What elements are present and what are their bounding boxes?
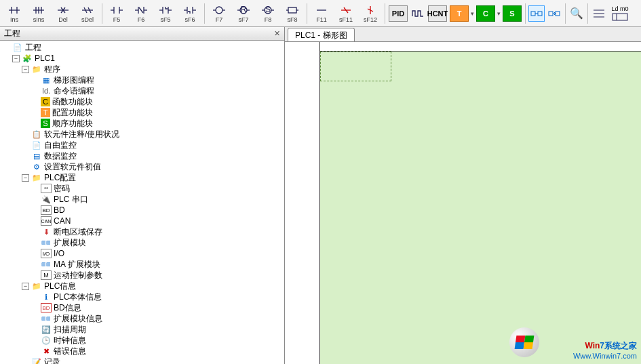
tool-f7[interactable]: F7 xyxy=(208,1,231,26)
project-panel-title: 工程 xyxy=(4,28,20,39)
tree-plccfg[interactable]: −📁PLC配置 xyxy=(3,172,284,183)
tree-plcbody[interactable]: ℹPLC本体信息 xyxy=(3,291,284,302)
tree-funcblock[interactable]: C函数功能块 xyxy=(3,96,284,107)
tool-f5[interactable]: F5 xyxy=(105,1,128,26)
toolbar-sep xyxy=(525,3,526,24)
tree-passwd[interactable]: **密码 xyxy=(3,183,284,194)
tree-plc1[interactable]: −🧩PLC1 xyxy=(3,53,284,64)
tool-ins[interactable]: Ins xyxy=(3,1,26,26)
tree-program[interactable]: −📁程序 xyxy=(3,64,284,75)
tree-ladder[interactable]: ▦梯形图编程 xyxy=(3,75,284,85)
canvas-gutter xyxy=(285,42,320,364)
tree-devinit[interactable]: ⚙设置软元件初值 xyxy=(3,161,284,172)
svg-line-21 xyxy=(139,7,143,13)
tool-sf12[interactable]: sF12 xyxy=(359,1,382,26)
tree-bdinfo[interactable]: BDBD信息 xyxy=(3,302,284,313)
s-button[interactable]: S xyxy=(503,5,522,22)
project-panel-header: 工程 ✕ xyxy=(0,27,284,41)
editor-tabs: PLC1 - 梯形图 xyxy=(285,27,641,42)
toolbar-sep xyxy=(307,3,307,24)
zoom-icon[interactable]: 🔍 xyxy=(568,5,585,22)
tree-instr[interactable]: Id.命令语编程 xyxy=(3,85,284,96)
hcnt-button[interactable]: HCNT xyxy=(428,5,447,22)
tree-expinfo[interactable]: ▥▥扩展模块信息 xyxy=(3,313,284,324)
toolbar-sep xyxy=(587,3,588,24)
svg-text:R: R xyxy=(241,5,247,14)
tool-sf5[interactable]: sF5 xyxy=(154,1,177,26)
tree-cfgblock[interactable]: T配置功能块 xyxy=(3,107,284,118)
pid-button[interactable]: PID xyxy=(389,5,408,22)
tree-root[interactable]: 📄工程 xyxy=(3,42,284,53)
svg-rect-52 xyxy=(549,12,553,16)
tool-sf6[interactable]: sF6 xyxy=(178,1,201,26)
tree-bd[interactable]: BDBD xyxy=(3,205,284,216)
watermark-logo xyxy=(509,327,539,357)
tool-sf8[interactable]: sF8 xyxy=(281,1,304,26)
tree-record[interactable]: 📝记录 xyxy=(3,357,284,364)
toolbar-sep xyxy=(204,3,205,24)
watermark: Win7系统之家 Www.Winwin7.com xyxy=(573,340,637,360)
tool-del[interactable]: Del xyxy=(52,1,75,26)
svg-point-30 xyxy=(216,7,222,14)
tool-f11[interactable]: F11 xyxy=(310,1,333,26)
tree-motion[interactable]: M运动控制参数 xyxy=(3,270,284,281)
c-button[interactable]: C xyxy=(476,5,495,22)
project-panel: 工程 ✕ 📄工程 −🧩PLC1 −📁程序 ▦梯形图编程 Id.命令语编程 C函数… xyxy=(0,27,285,364)
svg-rect-58 xyxy=(613,14,627,20)
main-split: 工程 ✕ 📄工程 −🧩PLC1 −📁程序 ▦梯形图编程 Id.命令语编程 C函数… xyxy=(0,27,641,364)
toolbar-sep xyxy=(385,3,385,24)
svg-rect-41 xyxy=(288,7,296,13)
tab-ladder[interactable]: PLC1 - 梯形图 xyxy=(288,28,355,41)
editor-panel: PLC1 - 梯形图 Win7系统之家 Www.Winwin7.com xyxy=(285,27,641,364)
tool-sf7[interactable]: RsF7 xyxy=(232,1,255,26)
svg-rect-50 xyxy=(538,12,542,16)
svg-rect-53 xyxy=(556,12,560,16)
link-left-icon[interactable] xyxy=(528,5,545,22)
toolbar-sep xyxy=(102,3,102,24)
canvas-ruler xyxy=(285,42,641,52)
link-right-icon[interactable] xyxy=(546,5,562,22)
svg-text:S: S xyxy=(265,5,271,14)
tool-sf11[interactable]: sF11 xyxy=(334,1,357,26)
pulse-icon[interactable] xyxy=(410,5,426,22)
rungs-icon[interactable] xyxy=(591,5,607,22)
tree-serial[interactable]: 🔌PLC 串口 xyxy=(3,194,284,205)
project-tree[interactable]: 📄工程 −🧩PLC1 −📁程序 ▦梯形图编程 Id.命令语编程 C函数功能块 T… xyxy=(0,41,284,364)
tree-errinfo[interactable]: ✖错误信息 xyxy=(3,346,284,357)
tool-f8[interactable]: SF8 xyxy=(256,1,279,26)
tree-clockinfo[interactable]: 🕒时钟信息 xyxy=(3,335,284,346)
tree-pwdown[interactable]: ⬇断电区域保存 xyxy=(3,226,284,237)
t-button[interactable]: T xyxy=(450,5,469,22)
ladder-canvas[interactable]: Win7系统之家 Www.Winwin7.com xyxy=(285,42,641,364)
tree-maexp[interactable]: ▥▥MA 扩展模块 xyxy=(3,259,284,270)
svg-rect-49 xyxy=(531,12,535,16)
tree-can[interactable]: CANCAN xyxy=(3,216,284,226)
close-icon[interactable]: ✕ xyxy=(274,29,280,38)
tree-plcinfo[interactable]: −📁PLC信息 xyxy=(3,281,284,291)
tool-sins[interactable]: sIns xyxy=(27,1,50,26)
tree-expmod[interactable]: ▥▥扩展模块 xyxy=(3,237,284,248)
tool-ldm0[interactable]: Ld m0 xyxy=(611,5,629,22)
tool-sdel[interactable]: sDel xyxy=(76,1,99,26)
tree-io[interactable]: I/OI/O xyxy=(3,248,284,259)
tree-seqblock[interactable]: S顺序功能块 xyxy=(3,118,284,129)
selection-rect xyxy=(320,52,391,81)
toolbar-sep xyxy=(565,3,566,24)
tree-datamon[interactable]: ▤数据监控 xyxy=(3,150,284,161)
tool-f6[interactable]: F6 xyxy=(130,1,153,26)
tree-freemon[interactable]: 📄自由监控 xyxy=(3,140,284,150)
toolbar: Ins sIns Del sDel F5 F6 sF5 sF6 F7 RsF7 … xyxy=(0,0,641,27)
tree-scancycle[interactable]: 🔄扫描周期 xyxy=(3,324,284,335)
tree-comment[interactable]: 📋软元件注释/使用状况 xyxy=(3,129,284,140)
